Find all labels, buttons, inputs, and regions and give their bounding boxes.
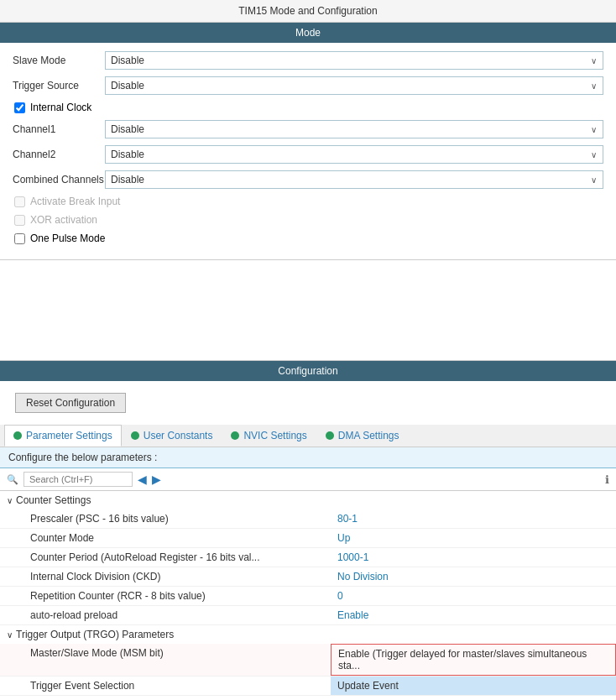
combined-channels-row: Combined Channels Disable bbox=[13, 170, 603, 189]
param-value-counter-mode: Up bbox=[331, 529, 616, 547]
param-row-prescaler: Prescaler (PSC - 16 bits value) 80-1 bbox=[0, 509, 616, 529]
counter-settings-group-header[interactable]: ∨ Counter Settings bbox=[0, 491, 616, 509]
config-section-header: Configuration bbox=[0, 361, 616, 381]
param-name-trigger-event: Trigger Event Selection bbox=[0, 676, 331, 695]
trigger-source-row: Trigger Source Disable bbox=[13, 76, 603, 95]
tab-dot-parameter-settings bbox=[13, 431, 22, 440]
next-arrow-icon[interactable]: ▶ bbox=[152, 473, 161, 486]
tab-dot-dma-settings bbox=[326, 431, 334, 440]
param-row-clock-division: Internal Clock Division (CKD) No Divisio… bbox=[0, 567, 616, 587]
reset-config-area: Reset Configuration bbox=[0, 381, 616, 425]
param-value-auto-reload: Enable bbox=[331, 606, 616, 624]
one-pulse-mode-checkbox[interactable] bbox=[14, 233, 25, 244]
search-icon: 🔍 bbox=[7, 474, 18, 485]
param-row-repetition-counter: Repetition Counter (RCR - 8 bits value) … bbox=[0, 587, 616, 606]
counter-settings-toggle-icon: ∨ bbox=[7, 496, 13, 505]
info-icon: ℹ bbox=[605, 473, 609, 486]
channel2-select-wrapper[interactable]: Disable bbox=[105, 145, 603, 164]
param-value-repetition-counter: 0 bbox=[331, 587, 616, 605]
xor-activation-label: XOR activation bbox=[30, 214, 97, 226]
channel1-select[interactable]: Disable bbox=[105, 120, 603, 138]
configure-info: Configure the below parameters : bbox=[0, 447, 616, 468]
csdn-watermark: CSDN @来碗豆腐脑 bbox=[0, 696, 616, 700]
slave-mode-select[interactable]: Disable bbox=[105, 51, 603, 70]
param-row-counter-mode: Counter Mode Up bbox=[0, 529, 616, 548]
param-row-trigger-event: Trigger Event Selection Update Event bbox=[0, 676, 616, 696]
trigger-source-select[interactable]: Disable bbox=[105, 76, 603, 95]
trigger-source-select-wrapper[interactable]: Disable bbox=[105, 76, 603, 95]
channel2-row: Channel2 Disable bbox=[13, 145, 603, 164]
tab-parameter-settings[interactable]: Parameter Settings bbox=[4, 425, 122, 447]
param-value-prescaler: 80-1 bbox=[331, 509, 616, 528]
activate-break-input-checkbox bbox=[14, 196, 25, 207]
counter-settings-group-label: Counter Settings bbox=[16, 494, 91, 506]
mode-section-header: Mode bbox=[0, 23, 616, 43]
channel1-select-wrapper[interactable]: Disable bbox=[105, 120, 603, 138]
slave-mode-label: Slave Mode bbox=[13, 55, 105, 66]
search-bar: 🔍 ◀ ▶ ℹ bbox=[0, 468, 616, 491]
param-name-msm-bit: Master/Slave Mode (MSM bit) bbox=[0, 644, 331, 676]
prev-arrow-icon[interactable]: ◀ bbox=[138, 473, 147, 486]
param-name-auto-reload: auto-reload preload bbox=[0, 606, 331, 624]
channel1-label: Channel1 bbox=[13, 123, 105, 135]
search-input[interactable] bbox=[23, 472, 133, 487]
main-title: TIM15 Mode and Configuration bbox=[0, 0, 616, 23]
tab-dot-user-constants bbox=[131, 431, 139, 440]
reset-config-button[interactable]: Reset Configuration bbox=[15, 393, 126, 413]
channel1-row: Channel1 Disable bbox=[13, 120, 603, 138]
internal-clock-checkbox[interactable] bbox=[14, 102, 25, 113]
spacer-area bbox=[0, 260, 616, 361]
activate-break-input-row: Activate Break Input bbox=[13, 196, 603, 207]
xor-activation-row: XOR activation bbox=[13, 214, 603, 226]
tab-nvic-settings[interactable]: NVIC Settings bbox=[222, 425, 316, 447]
channel2-label: Channel2 bbox=[13, 149, 105, 160]
tabs-bar: Parameter Settings User Constants NVIC S… bbox=[0, 425, 616, 447]
internal-clock-row: Internal Clock bbox=[13, 102, 603, 113]
tab-label-nvic-settings: NVIC Settings bbox=[243, 430, 306, 441]
tab-label-parameter-settings: Parameter Settings bbox=[26, 430, 112, 441]
param-row-msm-bit: Master/Slave Mode (MSM bit) Enable (Trig… bbox=[0, 644, 616, 676]
trigger-output-toggle-icon: ∨ bbox=[7, 630, 13, 640]
param-name-counter-period: Counter Period (AutoReload Register - 16… bbox=[0, 548, 331, 567]
xor-activation-checkbox bbox=[14, 215, 25, 226]
tab-dot-nvic-settings bbox=[231, 431, 239, 440]
combined-channels-select[interactable]: Disable bbox=[105, 170, 603, 189]
param-row-counter-period: Counter Period (AutoReload Register - 16… bbox=[0, 548, 616, 567]
tab-dma-settings[interactable]: DMA Settings bbox=[316, 425, 409, 447]
param-value-clock-division: No Division bbox=[331, 567, 616, 586]
mode-section: Slave Mode Disable Trigger Source Disabl… bbox=[0, 43, 616, 260]
trigger-source-label: Trigger Source bbox=[13, 80, 105, 91]
tab-label-user-constants: User Constants bbox=[144, 430, 213, 441]
slave-mode-select-wrapper[interactable]: Disable bbox=[105, 51, 603, 70]
trigger-output-group-header[interactable]: ∨ Trigger Output (TRGO) Parameters bbox=[0, 625, 616, 644]
param-name-counter-mode: Counter Mode bbox=[0, 529, 331, 547]
one-pulse-mode-label[interactable]: One Pulse Mode bbox=[30, 232, 105, 244]
param-value-msm-bit[interactable]: Enable (Trigger delayed for master/slave… bbox=[331, 644, 616, 676]
param-name-repetition-counter: Repetition Counter (RCR - 8 bits value) bbox=[0, 587, 331, 605]
param-value-trigger-event[interactable]: Update Event bbox=[331, 676, 616, 695]
channel2-select[interactable]: Disable bbox=[105, 145, 603, 164]
param-name-clock-division: Internal Clock Division (CKD) bbox=[0, 567, 331, 586]
one-pulse-mode-row: One Pulse Mode bbox=[13, 232, 603, 244]
trigger-output-group-label: Trigger Output (TRGO) Parameters bbox=[16, 629, 174, 640]
internal-clock-label[interactable]: Internal Clock bbox=[30, 102, 91, 113]
param-value-counter-period: 1000-1 bbox=[331, 548, 616, 567]
param-name-prescaler: Prescaler (PSC - 16 bits value) bbox=[0, 509, 331, 528]
combined-channels-select-wrapper[interactable]: Disable bbox=[105, 170, 603, 189]
activate-break-input-label: Activate Break Input bbox=[30, 196, 120, 207]
slave-mode-row: Slave Mode Disable bbox=[13, 51, 603, 70]
config-section: Reset Configuration Parameter Settings U… bbox=[0, 381, 616, 700]
tab-user-constants[interactable]: User Constants bbox=[122, 425, 222, 447]
combined-channels-label: Combined Channels bbox=[13, 174, 105, 185]
tab-label-dma-settings: DMA Settings bbox=[338, 430, 399, 441]
param-row-auto-reload: auto-reload preload Enable bbox=[0, 606, 616, 625]
